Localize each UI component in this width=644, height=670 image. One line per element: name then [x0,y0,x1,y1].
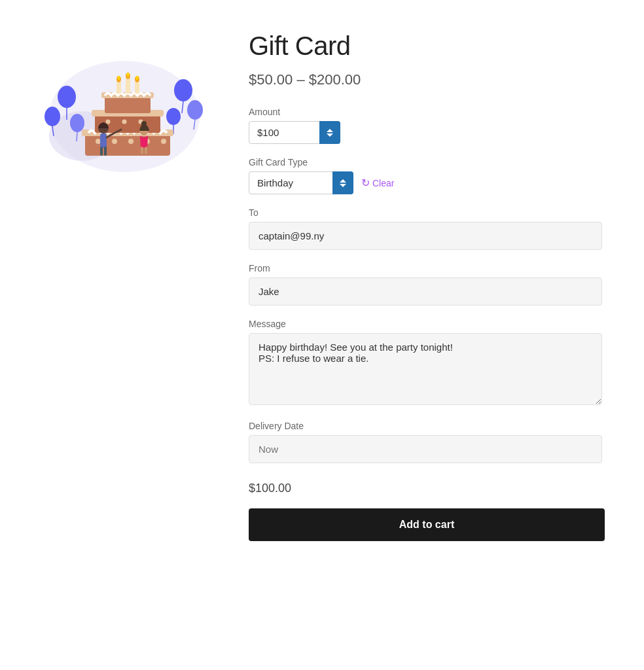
product-image-area [39,31,209,175]
svg-point-24 [122,120,127,124]
svg-point-34 [127,73,130,77]
amount-field-group: Amount $50 $100 $150 $200 [249,107,605,144]
svg-rect-14 [85,133,170,156]
to-input[interactable] [249,222,602,250]
svg-point-10 [187,100,203,120]
svg-point-17 [112,139,117,144]
clear-button[interactable]: ↻ Clear [361,177,394,189]
svg-rect-39 [100,147,103,156]
svg-point-23 [106,120,111,124]
from-input[interactable] [249,277,602,306]
svg-point-16 [96,139,101,144]
svg-rect-40 [104,147,107,156]
delivery-date-input[interactable] [249,435,602,463]
svg-rect-29 [126,77,130,94]
add-to-cart-button[interactable]: Add to cart [249,508,605,541]
from-label: From [249,263,605,273]
svg-point-6 [70,114,84,132]
gift-card-type-select[interactable]: Birthday Anniversary Christmas General [249,171,353,194]
svg-point-12 [166,108,181,125]
clear-button-label: Clear [372,178,394,188]
product-illustration [39,31,209,175]
delivery-date-label: Delivery Date [249,421,605,431]
svg-point-4 [45,107,60,126]
gift-card-type-row: Birthday Anniversary Christmas General ↻… [249,171,605,194]
message-label: Message [249,319,605,329]
delivery-date-field-group: Delivery Date [249,421,605,463]
product-layout: Gift Card $50.00 – $200.00 Amount $50 $1… [0,0,644,573]
svg-rect-44 [145,147,147,154]
refresh-icon: ↻ [361,177,370,189]
svg-rect-26 [105,96,151,113]
gift-card-type-select-wrapper: Birthday Anniversary Christmas General [249,171,353,194]
svg-point-20 [161,139,166,144]
from-field-group: From [249,263,605,306]
add-to-cart-label: Add to cart [399,519,454,530]
svg-point-36 [136,76,139,80]
message-field-group: Message Happy birthday! See you at the p… [249,319,605,408]
svg-rect-43 [141,147,143,154]
svg-point-42 [141,121,147,126]
svg-point-2 [58,86,76,108]
svg-rect-38 [100,133,107,148]
product-details: Gift Card $50.00 – $200.00 Amount $50 $1… [249,31,605,541]
total-price: $100.00 [249,482,605,495]
message-textarea[interactable]: Happy birthday! See you at the party ton… [249,333,602,405]
svg-point-8 [174,79,192,101]
to-label: To [249,207,605,218]
svg-line-7 [77,132,77,141]
amount-select-wrapper: $50 $100 $150 $200 [249,121,340,144]
svg-point-32 [118,76,120,80]
to-field-group: To [249,207,605,250]
gift-card-type-field-group: Gift Card Type Birthday Anniversary Chri… [249,157,605,194]
amount-select[interactable]: $50 $100 $150 $200 [249,121,340,144]
product-price-range: $50.00 – $200.00 [249,71,605,88]
gift-card-type-label: Gift Card Type [249,157,605,168]
svg-point-18 [128,139,134,144]
product-title: Gift Card [249,31,605,61]
amount-label: Amount [249,107,605,117]
